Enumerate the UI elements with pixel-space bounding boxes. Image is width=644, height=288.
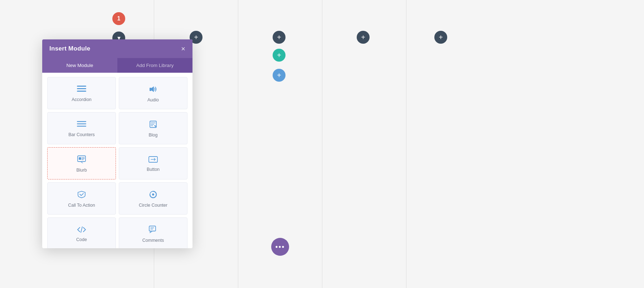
bar-counters-label: Bar Counters: [68, 132, 95, 137]
module-audio[interactable]: Audio: [119, 77, 187, 109]
code-label: Code: [76, 237, 87, 242]
add-row-button[interactable]: +: [273, 49, 286, 62]
comments-icon: [149, 226, 157, 235]
circle-counter-icon: [149, 191, 157, 200]
svg-rect-2: [77, 91, 86, 92]
module-grid: Accordion Audio: [42, 73, 192, 248]
module-bar-counters[interactable]: Bar Counters: [47, 112, 116, 144]
bar-counters-icon: [77, 121, 86, 129]
svg-rect-9: [79, 157, 81, 160]
add-column-button-2[interactable]: +: [273, 31, 286, 44]
audio-icon: [149, 85, 157, 95]
more-options-button[interactable]: •••: [271, 238, 289, 256]
divider-4: [406, 0, 406, 288]
button-icon: [148, 156, 158, 164]
add-column-button-4[interactable]: +: [434, 31, 447, 44]
svg-rect-5: [77, 124, 86, 125]
svg-rect-3: [150, 88, 151, 91]
comments-label: Comments: [142, 238, 164, 243]
module-accordion[interactable]: Accordion: [47, 77, 116, 109]
divider-3: [322, 0, 322, 288]
module-blurb[interactable]: Blurb: [47, 147, 116, 179]
module-button[interactable]: Button: [119, 147, 187, 179]
accordion-label: Accordion: [72, 97, 92, 102]
modal-tabs: New Module Add From Library: [42, 58, 192, 73]
svg-rect-1: [77, 88, 86, 89]
audio-label: Audio: [147, 97, 159, 102]
call-to-action-icon: [77, 191, 86, 200]
blurb-icon: [77, 155, 86, 165]
insert-module-modal: Insert Module × New Module Add From Libr…: [42, 39, 192, 248]
svg-rect-0: [77, 86, 86, 87]
svg-rect-6: [77, 126, 86, 127]
add-section-button[interactable]: +: [273, 69, 286, 82]
divider-2: [238, 0, 238, 288]
modal-close-button[interactable]: ×: [181, 45, 185, 52]
code-icon: [77, 226, 86, 234]
step-badge: 1: [112, 12, 125, 25]
svg-rect-4: [77, 121, 86, 122]
add-column-button-3[interactable]: +: [357, 31, 370, 44]
module-call-to-action[interactable]: Call To Action: [47, 182, 116, 215]
module-blog[interactable]: Blog: [119, 112, 187, 144]
modal-header: Insert Module ×: [42, 39, 192, 58]
module-comments[interactable]: Comments: [119, 217, 187, 248]
blog-icon: [149, 120, 157, 130]
call-to-action-label: Call To Action: [68, 203, 95, 208]
tab-add-from-library[interactable]: Add From Library: [117, 58, 192, 73]
module-circle-counter[interactable]: Circle Counter: [119, 182, 187, 215]
circle-counter-label: Circle Counter: [139, 203, 167, 208]
svg-point-12: [152, 193, 154, 196]
blurb-label: Blurb: [76, 168, 87, 173]
blog-label: Blog: [148, 133, 157, 138]
svg-rect-13: [149, 226, 156, 231]
modal-title: Insert Module: [49, 45, 90, 52]
tab-new-module[interactable]: New Module: [42, 58, 117, 73]
module-code[interactable]: Code: [47, 217, 116, 248]
accordion-icon: [77, 86, 86, 94]
button-label: Button: [147, 167, 160, 172]
